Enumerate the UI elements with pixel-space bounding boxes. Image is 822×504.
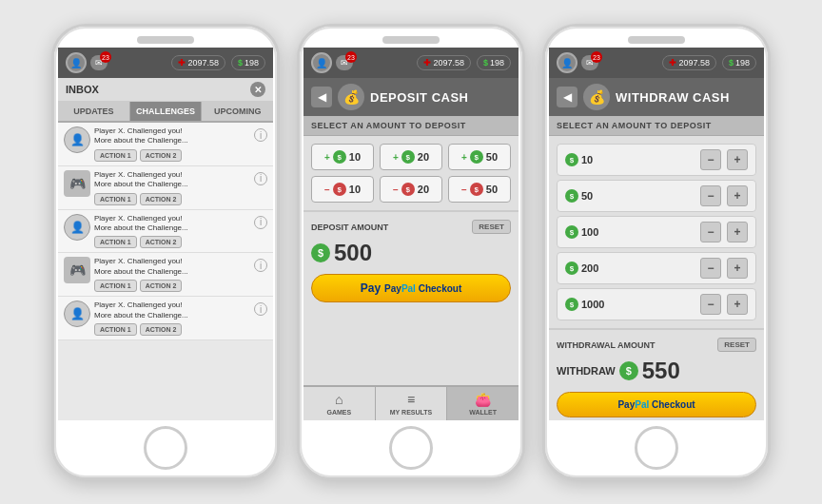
deposit-header: ◀ 💰 DEPOSIT CASH xyxy=(303,78,519,116)
reset-button[interactable]: RESET xyxy=(472,220,511,234)
info-icon[interactable]: i xyxy=(254,302,267,316)
phone-screen-inbox: 👤 ✉ 23 ✚ 2097.58 $ 198 xyxy=(58,48,273,420)
amount-plus-20[interactable]: + $ 20 xyxy=(380,144,442,170)
action2-button[interactable]: ACTION 2 xyxy=(140,280,183,292)
spacer xyxy=(303,310,519,385)
amount-minus-20[interactable]: − $ 20 xyxy=(380,176,442,203)
currency-1-value: 2097.58 xyxy=(187,58,219,68)
info-icon[interactable]: i xyxy=(254,128,267,142)
nav-wallet[interactable]: 👛 WALLET xyxy=(447,387,519,420)
withdraw-coin-icon: $ xyxy=(619,361,638,380)
action1-button[interactable]: ACTION 1 xyxy=(94,323,137,336)
notification-badge: 23 xyxy=(345,51,357,63)
info-icon[interactable]: i xyxy=(254,216,267,229)
inbox-content: Player X. Challenged you!More about the … xyxy=(94,300,250,336)
withdraw-amount: $ 50 xyxy=(565,189,695,203)
cross-icon: ✚ xyxy=(669,58,676,68)
withdrawal-amount-header: WITHDRAWAL AMOUNT RESET xyxy=(557,338,756,352)
coin-icon: $ xyxy=(565,189,578,203)
stepper-minus[interactable]: − xyxy=(700,149,721,170)
nav-games[interactable]: ⌂ GAMES xyxy=(303,387,376,420)
withdraw-grid: $ 10 − + $ 50 − + $ xyxy=(549,136,764,328)
deposit-icon: 💰 xyxy=(338,84,364,110)
inbox-content: Player X. Challenged you!More about the … xyxy=(94,257,250,292)
amount-value: 10 xyxy=(581,154,593,165)
paypal-checkout-button[interactable]: PayPal Checkout xyxy=(557,392,756,417)
status-right: ✚ 2097.58 $ 198 xyxy=(662,55,756,70)
action2-button[interactable]: ACTION 2 xyxy=(140,236,183,248)
wallet-icon: 👛 xyxy=(475,392,491,407)
stepper-minus[interactable]: − xyxy=(700,258,721,279)
withdraw-title: WITHDRAW CASH xyxy=(616,90,730,105)
avatar-icon: 👤 xyxy=(311,52,332,73)
coin-icon-red: $ xyxy=(470,183,483,196)
inbox-text: Player X. Challenged you!More about the … xyxy=(94,170,250,190)
action2-button[interactable]: ACTION 2 xyxy=(140,323,183,336)
amount-minus-50[interactable]: − $ 50 xyxy=(448,176,511,203)
inbox-text: Player X. Challenged you!More about the … xyxy=(94,300,250,320)
inbox-actions: ACTION 1 ACTION 2 xyxy=(94,280,250,292)
info-icon[interactable]: i xyxy=(254,172,267,185)
tab-upcoming[interactable]: UPCOMING xyxy=(202,102,273,121)
avatar: 👤 xyxy=(64,300,90,327)
nav-results-label: MY RESULTS xyxy=(390,409,432,416)
action2-button[interactable]: ACTION 2 xyxy=(140,193,183,205)
withdraw-row-50: $ 50 − + xyxy=(557,180,756,212)
withdraw-amount: $ 1000 xyxy=(565,298,695,311)
action2-button[interactable]: ACTION 2 xyxy=(140,149,183,162)
amount-grid: + $ 10 + $ 20 + $ 50 − $ 10 xyxy=(303,136,519,210)
stepper-plus[interactable]: + xyxy=(727,185,748,206)
inbox-content: Player X. Challenged you!More about the … xyxy=(94,170,250,205)
currency-2: $ 198 xyxy=(722,55,756,70)
currency-2: $ 198 xyxy=(231,55,265,70)
amount-plus-50[interactable]: + $ 50 xyxy=(448,144,511,170)
coin-icon: $ xyxy=(470,150,483,164)
amount-value: 10 xyxy=(349,151,361,163)
list-item: 🎮 Player X. Challenged you!More about th… xyxy=(58,166,273,210)
paypal-label: PayPal Checkout xyxy=(384,283,461,294)
withdraw-row-10: $ 10 − + xyxy=(557,144,756,176)
phones-container: 👤 ✉ 23 ✚ 2097.58 $ 198 xyxy=(42,14,780,490)
stepper-plus[interactable]: + xyxy=(727,149,748,170)
amount-value: 100 xyxy=(581,226,598,238)
notification-badge: 23 xyxy=(591,51,602,63)
phone-deposit: 👤 ✉ 23 ✚ 2097.58 $ 198 xyxy=(297,24,525,480)
nav-results[interactable]: ≡ MY RESULTS xyxy=(376,387,448,420)
action1-button[interactable]: ACTION 1 xyxy=(94,149,137,162)
info-icon[interactable]: i xyxy=(254,259,267,272)
mail-badge: ✉ 23 xyxy=(90,55,108,70)
stepper-plus[interactable]: + xyxy=(727,222,748,242)
back-button[interactable]: ◀ xyxy=(311,87,332,107)
action1-button[interactable]: ACTION 1 xyxy=(94,236,137,248)
coin-icon-red: $ xyxy=(401,183,415,196)
stepper-minus[interactable]: − xyxy=(700,185,721,206)
action1-button[interactable]: ACTION 1 xyxy=(94,280,137,292)
paypal-checkout-button[interactable]: Pay PayPal Checkout xyxy=(311,274,511,302)
game-icon: 🎮 xyxy=(64,170,90,197)
reset-button[interactable]: RESET xyxy=(717,338,756,352)
tab-challenges[interactable]: CHALLENGES xyxy=(130,102,203,121)
inbox-text: Player X. Challenged you!More about the … xyxy=(94,257,250,277)
withdraw-row-200: $ 200 − + xyxy=(557,252,756,284)
nav-wallet-label: WALLET xyxy=(469,409,497,416)
withdraw-amount: $ 200 xyxy=(565,262,695,275)
withdraw-icon: 💰 xyxy=(583,84,610,110)
back-button[interactable]: ◀ xyxy=(557,87,577,107)
currency-1: ✚ 2097.58 xyxy=(417,55,471,70)
tab-updates[interactable]: UPDATES xyxy=(58,102,130,121)
action1-button[interactable]: ACTION 1 xyxy=(94,193,137,205)
close-button[interactable]: ✕ xyxy=(250,82,265,97)
amount-minus-10[interactable]: − $ 10 xyxy=(311,176,374,203)
withdraw-number: 550 xyxy=(642,358,680,384)
deposit-amount-label: DEPOSIT AMOUNT xyxy=(311,223,388,232)
stepper-plus[interactable]: + xyxy=(727,258,748,279)
game-icon: 🎮 xyxy=(64,257,90,283)
stepper-plus[interactable]: + xyxy=(727,294,748,315)
stepper-minus[interactable]: − xyxy=(700,294,721,315)
inbox-content: Player X. Challenged you!More about the … xyxy=(94,214,250,249)
status-left: 👤 ✉ 23 xyxy=(557,52,598,73)
stepper-minus[interactable]: − xyxy=(700,222,721,242)
amount-plus-10[interactable]: + $ 10 xyxy=(311,144,374,170)
withdraw-row-100: $ 100 − + xyxy=(557,216,756,248)
currency-2-value: 198 xyxy=(490,58,504,68)
